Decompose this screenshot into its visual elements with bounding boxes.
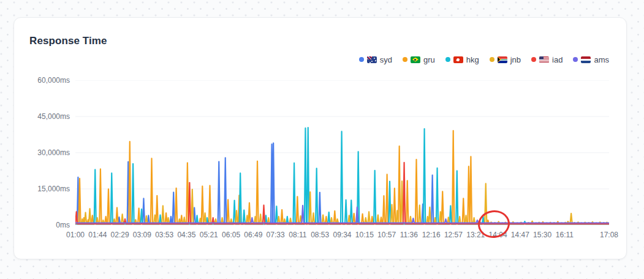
netherlands-flag-icon <box>581 56 591 63</box>
y-tick-label: 60,000ms <box>37 75 70 85</box>
legend-label: ams <box>594 55 609 64</box>
legend-dot-jnb <box>490 57 494 62</box>
legend-item-ams[interactable]: ams <box>573 55 609 64</box>
legend-item-syd[interactable]: syd <box>359 55 392 64</box>
x-tick-label: 12:16 <box>422 231 441 239</box>
legend-item-jnb[interactable]: jnb <box>490 55 521 64</box>
x-tick-label: 10:15 <box>355 231 374 239</box>
x-tick-label: 05:21 <box>200 231 218 239</box>
plot-area[interactable]: 01:0001:4402:2903:0903:5304:3505:2106:05… <box>75 80 609 242</box>
hong-kong-flag-icon <box>453 56 463 63</box>
y-tick-label: 45,000ms <box>37 112 70 121</box>
x-tick-label: 02:29 <box>111 231 129 239</box>
legend-label: syd <box>380 55 392 64</box>
y-tick-label: 0ms <box>56 220 70 230</box>
x-tick-label: 15:30 <box>533 231 551 239</box>
australia-flag-icon <box>367 56 377 63</box>
brazil-flag-icon <box>411 56 420 63</box>
x-tick-label: 07:33 <box>267 231 285 239</box>
legend-label: gru <box>423 55 435 64</box>
legend-item-iad[interactable]: iad <box>531 55 563 64</box>
x-tick-label: 03:09 <box>133 231 151 239</box>
legend-item-gru[interactable]: gru <box>403 55 435 64</box>
series-hkg <box>75 128 609 224</box>
x-tick-label: 16:11 <box>556 231 574 239</box>
y-tick-label: 15,000ms <box>37 184 70 194</box>
legend-dot-ams <box>573 57 578 62</box>
chart-legend: sydgruhkgjnbiadams <box>29 53 609 66</box>
x-tick-label: 12:57 <box>444 231 463 239</box>
x-tick-label: 04:35 <box>177 231 195 239</box>
south-africa-flag-icon <box>498 56 507 63</box>
x-tick-label: 13:21 <box>466 231 485 239</box>
response-time-card: Response Time sydgruhkgjnbiadams 60,000m… <box>13 17 627 259</box>
legend-dot-syd <box>359 57 364 62</box>
x-tick-label: 11:36 <box>400 231 418 239</box>
y-axis: 60,000ms45,000ms30,000ms15,000ms0ms <box>29 80 75 225</box>
legend-dot-hkg <box>445 57 450 62</box>
x-tick-label: 14:04 <box>489 231 507 239</box>
y-tick-label: 30,000ms <box>37 148 70 158</box>
x-tick-label: 10:57 <box>377 231 396 239</box>
legend-item-hkg[interactable]: hkg <box>445 55 479 64</box>
legend-dot-iad <box>531 57 536 62</box>
legend-label: hkg <box>466 55 479 64</box>
x-tick-label: 08:11 <box>289 231 306 239</box>
x-tick-label: 09:34 <box>333 231 351 239</box>
legend-label: jnb <box>510 55 521 64</box>
x-tick-label: 06:05 <box>222 231 240 239</box>
x-tick-label: 01:44 <box>88 231 107 239</box>
x-tick-label: 08:53 <box>311 231 329 239</box>
response-time-chart: 60,000ms45,000ms30,000ms15,000ms0ms 01:0… <box>29 80 609 242</box>
x-tick-label: 01:00 <box>66 231 85 239</box>
legend-dot-gru <box>403 57 407 62</box>
x-tick-label: 03:53 <box>155 231 173 239</box>
legend-label: iad <box>552 55 563 64</box>
united-states-flag-icon <box>539 56 549 63</box>
chart-canvas[interactable] <box>75 80 609 225</box>
x-tick-label: 14:47 <box>511 231 529 239</box>
x-axis: 01:0001:4402:2903:0903:5304:3505:2106:05… <box>75 231 609 242</box>
x-tick-label: 06:49 <box>244 231 262 239</box>
x-tick-label: 17:08 <box>600 231 618 239</box>
page-title: Response Time <box>29 34 609 48</box>
